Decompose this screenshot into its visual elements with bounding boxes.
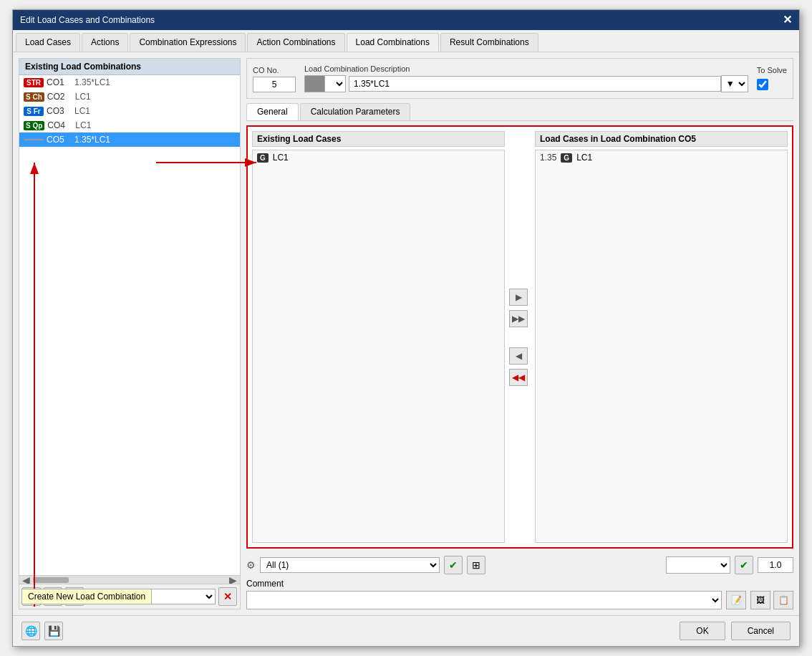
subtabs: General Calculation Parameters	[246, 103, 793, 121]
cancel-button[interactable]: Cancel	[731, 622, 791, 640]
scroll-thumb	[33, 577, 69, 583]
bottom-filter-row: ⚙ All (1) ✔ ⊞ ✔	[246, 553, 793, 574]
desc-label: Load Combination Description	[304, 64, 748, 73]
tab-actions[interactable]: Actions	[82, 33, 128, 52]
existing-cases-column: Existing Load Cases G LC1	[252, 131, 505, 543]
item-formula: 1.35*LC1	[74, 77, 110, 87]
factor-type-select[interactable]	[666, 556, 730, 574]
dialog-title: Edit Load Cases and Combinations	[20, 15, 155, 25]
comment-input[interactable]	[246, 591, 722, 609]
tag-gray	[24, 139, 44, 140]
tooltip: Create New Load Combination	[21, 589, 152, 604]
combo-label: LC1	[576, 153, 592, 163]
list-item[interactable]: STR CO1 1.35*LC1	[19, 75, 240, 90]
horizontal-scrollbar[interactable]: ◀ ▶	[19, 575, 240, 584]
transfer-buttons: ▶ ▶▶ ◀ ◀◀	[509, 131, 531, 543]
filter-icon: ⚙	[246, 559, 256, 571]
footer: 🌐 💾 OK Cancel	[13, 615, 799, 646]
item-formula: 1.35*LC1	[74, 135, 110, 145]
item-co: CO2	[47, 92, 72, 102]
combo-case-row[interactable]: 1.35 G LC1	[536, 150, 787, 165]
footer-right-buttons: OK Cancel	[680, 622, 791, 640]
case-row[interactable]: G LC1	[253, 150, 504, 165]
delete-button[interactable]: ✕	[218, 587, 237, 606]
tag-sfr: S Fr	[24, 107, 44, 116]
remove-selected-button[interactable]: ◀	[509, 347, 528, 365]
footer-btn-2[interactable]: 💾	[44, 622, 63, 640]
desc-field-row: ▼	[304, 75, 748, 92]
left-panel-title: Existing Load Combinations	[19, 59, 240, 75]
tag-str: STR	[24, 78, 44, 87]
existing-cases-filter[interactable]: All (1)	[260, 557, 440, 573]
item-formula: LC1	[75, 92, 91, 102]
ok-button[interactable]: OK	[680, 622, 725, 640]
comment-label: Comment	[246, 579, 793, 589]
subtab-general[interactable]: General	[246, 103, 299, 120]
right-panel: CO No. Load Combination Description ▼	[246, 58, 793, 609]
cases-panel: Existing Load Cases G LC1 ▶ ▶▶ ◀ ◀◀	[246, 125, 793, 549]
co-no-group: CO No.	[253, 66, 296, 92]
right-icon-group: 🖼 📋	[750, 591, 793, 609]
combo-factor: 1.35	[540, 153, 556, 163]
combo-cases-column: Load Cases in Load Combination CO5 1.35 …	[535, 131, 788, 543]
filter-check-btn[interactable]: ✔	[444, 556, 463, 574]
combinations-list: STR CO1 1.35*LC1 S Ch CO2 LC1 S Fr CO3 L…	[19, 75, 240, 575]
title-bar: Edit Load Cases and Combinations ✕	[13, 10, 799, 30]
item-co: CO5	[47, 135, 72, 145]
item-formula: LC1	[74, 106, 90, 116]
tag-sqp: S Qp	[24, 121, 44, 130]
tab-combination-expressions[interactable]: Combination Expressions	[130, 33, 246, 52]
main-content: Existing Load Combinations STR CO1 1.35*…	[13, 52, 799, 615]
tab-load-combinations[interactable]: Load Combinations	[347, 33, 439, 52]
to-solve-checkbox[interactable]	[757, 79, 768, 90]
tab-result-combinations[interactable]: Result Combinations	[440, 33, 538, 52]
factor-check-btn[interactable]: ✔	[735, 556, 753, 574]
to-solve-label: To Solve	[757, 66, 787, 74]
item-co: CO4	[47, 120, 72, 130]
list-item[interactable]: S Qp CO4 LC1	[19, 118, 240, 132]
footer-left-buttons: 🌐 💾	[21, 622, 63, 640]
list-item[interactable]: S Ch CO2 LC1	[19, 90, 240, 104]
icon-btn-1[interactable]: 🖼	[750, 591, 770, 609]
item-co: CO1	[47, 77, 72, 87]
comment-row: 📝 🖼 📋	[246, 591, 793, 609]
list-item[interactable]: S Fr CO3 LC1	[19, 104, 240, 118]
color-dropdown[interactable]	[324, 75, 346, 92]
left-panel: Existing Load Combinations STR CO1 1.35*…	[19, 58, 241, 609]
tab-load-cases[interactable]: Load Cases	[16, 33, 80, 52]
desc-input[interactable]	[349, 76, 721, 92]
comment-edit-button[interactable]: 📝	[726, 591, 746, 609]
close-button[interactable]: ✕	[783, 14, 792, 26]
to-solve-group: To Solve	[757, 66, 787, 92]
co-no-input[interactable]	[253, 77, 296, 92]
subtab-calculation-params[interactable]: Calculation Parameters	[300, 103, 411, 120]
tooltip-text: Create New Load Combination	[28, 592, 145, 602]
factor-input[interactable]	[758, 557, 793, 573]
item-formula: LC1	[75, 120, 91, 130]
comment-section: Comment 📝 🖼 📋	[246, 579, 793, 609]
co-no-label: CO No.	[253, 66, 296, 74]
remove-all-button[interactable]: ◀◀	[509, 369, 528, 386]
combo-cases-list[interactable]: 1.35 G LC1	[535, 150, 788, 543]
existing-cases-list[interactable]: G LC1	[252, 150, 505, 543]
combo-cases-header: Load Cases in Load Combination CO5	[535, 131, 788, 147]
case-label: LC1	[273, 153, 289, 163]
icon-btn-2[interactable]: 📋	[773, 591, 793, 609]
item-co: CO3	[47, 106, 72, 116]
top-fields: CO No. Load Combination Description ▼	[246, 58, 793, 99]
spacer	[509, 332, 531, 343]
tabs-bar: Load Cases Actions Combination Expressio…	[13, 30, 799, 52]
add-all-button[interactable]: ▶▶	[509, 310, 528, 327]
footer-btn-1[interactable]: 🌐	[21, 622, 40, 640]
tab-action-combinations[interactable]: Action Combinations	[247, 33, 344, 52]
combo-tag-g: G	[561, 153, 572, 163]
tag-sch: S Ch	[24, 92, 44, 102]
desc-dropdown[interactable]: ▼	[721, 75, 748, 92]
color-picker[interactable]	[304, 75, 324, 92]
existing-cases-header: Existing Load Cases	[252, 131, 505, 147]
desc-group: Load Combination Description ▼	[304, 64, 748, 92]
list-item-selected[interactable]: CO5 1.35*LC1	[19, 132, 240, 147]
case-tag-g: G	[257, 153, 269, 163]
filter-grid-btn[interactable]: ⊞	[467, 556, 485, 574]
add-selected-button[interactable]: ▶	[509, 289, 528, 306]
